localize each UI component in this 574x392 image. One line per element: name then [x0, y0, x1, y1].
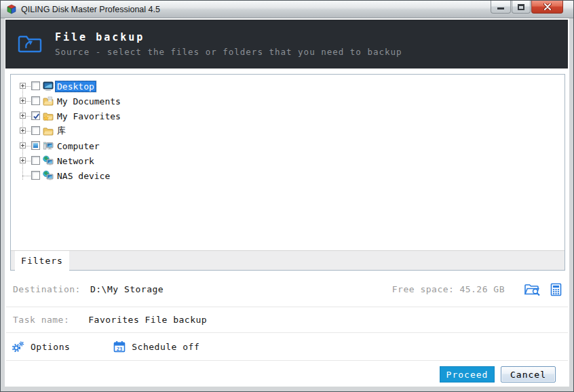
- destination-label: Destination:: [13, 284, 81, 294]
- browse-destination-icon: [524, 283, 541, 296]
- window-controls: [490, 1, 563, 14]
- file-backup-icon: [17, 33, 43, 55]
- computer-icon: [43, 140, 54, 151]
- tree-item[interactable]: 库: [11, 123, 565, 138]
- svg-text:23: 23: [117, 346, 123, 352]
- tree-item[interactable]: Computer: [11, 138, 565, 153]
- desktop-icon: [43, 81, 54, 92]
- source-tree-panel: DesktopMy DocumentsMy Favorites库Computer…: [10, 74, 565, 271]
- separator: [6, 360, 568, 361]
- page-title: File backup: [55, 31, 402, 43]
- app-window: QILING Disk Master Professional 4.5 File…: [0, 0, 574, 392]
- task-name-value[interactable]: Favorites File backup: [88, 315, 207, 325]
- nas-icon: [43, 170, 54, 181]
- expander-icon[interactable]: [20, 98, 26, 104]
- close-button[interactable]: [531, 1, 563, 14]
- page-header: File backup Source - select the files or…: [5, 20, 568, 68]
- tree-item[interactable]: Desktop: [11, 79, 565, 94]
- expander-icon[interactable]: [20, 128, 26, 134]
- proceed-button[interactable]: Proceed: [440, 366, 495, 383]
- checkbox[interactable]: [31, 111, 40, 120]
- task-name-label: Task name:: [13, 315, 69, 325]
- folder-icon: [43, 125, 54, 136]
- expander-icon[interactable]: [20, 157, 26, 163]
- documents-icon: [43, 96, 54, 106]
- tree-connector-stub: [22, 176, 31, 176]
- schedule-label: Schedule off: [132, 342, 199, 352]
- options-label: Options: [31, 342, 70, 352]
- tree-item[interactable]: My Documents: [11, 94, 565, 109]
- tree-item-label[interactable]: My Documents: [55, 96, 123, 107]
- app-icon: [6, 4, 17, 15]
- checkbox[interactable]: [31, 81, 40, 90]
- checkbox[interactable]: [31, 126, 40, 135]
- schedule-button[interactable]: 23 Schedule off: [113, 340, 199, 353]
- header-text: File backup Source - select the files or…: [55, 31, 402, 57]
- network-icon: [43, 155, 54, 166]
- page-subtitle: Source - select the files or folders tha…: [55, 47, 402, 57]
- close-icon: [543, 3, 552, 10]
- tree-item[interactable]: NAS device: [11, 168, 565, 183]
- destination-row: Destination: D:\My Storage Free space: 4…: [6, 272, 568, 307]
- window-title: QILING Disk Master Professional 4.5: [21, 5, 160, 14]
- favorites-icon: [43, 111, 54, 121]
- titlebar[interactable]: QILING Disk Master Professional 4.5: [1, 1, 573, 18]
- tree-item-label[interactable]: 库: [55, 124, 68, 138]
- free-space-label: Free space:: [392, 284, 455, 294]
- expander-icon[interactable]: [20, 142, 26, 149]
- maximize-icon: [518, 4, 524, 10]
- expander-icon[interactable]: [20, 83, 26, 89]
- tree-item-label[interactable]: My Favorites: [55, 111, 123, 122]
- schedule-icon: 23: [113, 340, 126, 353]
- minimize-button[interactable]: [491, 1, 511, 14]
- expander-icon[interactable]: [20, 113, 26, 119]
- checkbox[interactable]: [31, 156, 40, 165]
- browse-destination-button[interactable]: [524, 283, 541, 296]
- options-icon: [12, 341, 24, 353]
- tree-item-label[interactable]: Computer: [55, 140, 102, 152]
- filters-tab[interactable]: Filters: [15, 251, 69, 271]
- tree-item-label[interactable]: Desktop: [55, 81, 96, 92]
- tree-item[interactable]: My Favorites: [11, 109, 565, 123]
- tree-item-label[interactable]: Network: [55, 155, 96, 167]
- checkbox[interactable]: [31, 171, 40, 180]
- options-button[interactable]: Options: [12, 341, 70, 353]
- checkbox[interactable]: [31, 141, 40, 150]
- task-name-row: Task name: Favorites File backup: [6, 307, 568, 332]
- source-tree: DesktopMy DocumentsMy Favorites库Computer…: [11, 79, 565, 250]
- tree-item-label[interactable]: NAS device: [55, 170, 112, 182]
- maximize-button[interactable]: [512, 1, 531, 14]
- free-space-calculator-button[interactable]: [550, 283, 562, 296]
- tree-item[interactable]: Network: [11, 153, 565, 168]
- free-space-value: 45.26 GB: [459, 284, 505, 294]
- free-space-calculator-icon: [550, 283, 562, 296]
- checkbox[interactable]: [31, 96, 40, 105]
- minimize-icon: [497, 7, 504, 9]
- cancel-button[interactable]: Cancel: [501, 366, 556, 383]
- filters-bar: Filters: [11, 250, 565, 270]
- options-row: Options 23 Schedule off: [6, 333, 568, 360]
- destination-value: D:\My Storage: [90, 284, 164, 294]
